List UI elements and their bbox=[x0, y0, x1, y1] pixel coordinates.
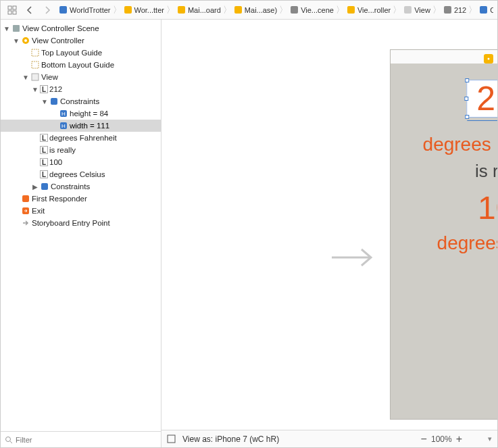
device-config-icon[interactable] bbox=[167, 434, 176, 443]
zoom-out-button[interactable]: − bbox=[421, 433, 427, 445]
canvas-scroll[interactable]: 212 degrees Fahrenheit is really 100 deg… bbox=[161, 20, 497, 430]
breadcrumb-item[interactable]: View bbox=[402, 5, 432, 14]
outline-label: is really bbox=[49, 146, 76, 154]
svg-text:H: H bbox=[61, 111, 66, 117]
svg-rect-11 bbox=[444, 6, 451, 14]
svg-rect-6 bbox=[178, 6, 185, 14]
zoom-in-button[interactable]: + bbox=[456, 433, 462, 445]
outline-label: View Controller bbox=[32, 36, 84, 45]
breadcrumb-separator-icon: 〉 bbox=[279, 4, 288, 16]
outline-entry-point[interactable]: Storyboard Entry Point bbox=[1, 217, 161, 229]
storyboard-icon bbox=[177, 5, 186, 14]
breadcrumb-separator-icon: 〉 bbox=[166, 4, 175, 16]
disclosure-triangle-icon[interactable]: ▶ bbox=[32, 183, 39, 191]
label-212-selected[interactable]: 212 bbox=[466, 80, 497, 118]
disclosure-triangle-icon[interactable]: ▼ bbox=[3, 25, 10, 32]
svg-rect-10 bbox=[404, 6, 412, 14]
outline-top-layout-guide[interactable]: Top Layout Guide bbox=[1, 47, 161, 59]
viewcontroller-icon bbox=[21, 36, 30, 45]
forward-button[interactable] bbox=[40, 3, 55, 17]
constraint-icon: H bbox=[59, 122, 68, 130]
breadcrumb-label: Mai...ase) bbox=[245, 6, 277, 14]
project-icon bbox=[59, 5, 68, 14]
breadcrumb-separator-icon: 〉 bbox=[223, 4, 232, 16]
label-icon: L bbox=[40, 146, 48, 154]
svg-rect-2 bbox=[8, 11, 11, 14]
svg-rect-8 bbox=[291, 6, 298, 14]
breadcrumb-item[interactable]: Constraints bbox=[478, 5, 493, 14]
outline-first-responder[interactable]: First Responder bbox=[1, 193, 161, 205]
outline-label: degrees Celsius bbox=[49, 170, 105, 178]
outline-label: degrees Fahrenheit bbox=[49, 134, 117, 142]
label-degrees-fahrenheit[interactable]: degrees Fahrenheit bbox=[391, 134, 497, 155]
breadcrumb-label: WorldTrotter bbox=[70, 6, 111, 14]
label-is-really[interactable]: is really bbox=[391, 161, 497, 182]
outline-scene[interactable]: ▼ View Controller Scene bbox=[1, 22, 161, 34]
storyboard-entry-arrow-icon bbox=[330, 243, 378, 272]
scene-dock[interactable] bbox=[484, 54, 497, 64]
label-degrees-celsius[interactable]: degrees Celsius bbox=[391, 232, 497, 254]
constraints-group-icon bbox=[40, 182, 49, 191]
outline-label: View bbox=[41, 73, 58, 81]
breadcrumb-item[interactable]: Wor...tter bbox=[122, 5, 166, 14]
view-icon bbox=[30, 73, 40, 81]
first-responder-icon bbox=[21, 195, 30, 203]
back-button[interactable] bbox=[22, 3, 37, 17]
outline-constraint-width[interactable]: H width = 111 bbox=[1, 120, 161, 132]
outline-bottom-layout-guide[interactable]: Bottom Layout Guide bbox=[1, 59, 161, 71]
breadcrumb-separator-icon: 〉 bbox=[432, 4, 441, 16]
outline-label-ir[interactable]: L is really bbox=[1, 144, 161, 156]
resize-handle[interactable] bbox=[465, 78, 469, 82]
disclosure-triangle-icon[interactable]: ▼ bbox=[22, 74, 29, 81]
outline-label: Constraints bbox=[60, 97, 99, 105]
breadcrumb-label: View bbox=[414, 6, 430, 14]
viewcontroller-badge-icon[interactable] bbox=[484, 54, 493, 64]
constraint-icon: H bbox=[59, 109, 68, 118]
width-constraint-indicator bbox=[467, 118, 497, 124]
outline-constraints-2[interactable]: ▶ Constraints bbox=[1, 180, 161, 193]
outline-label-dc[interactable]: L degrees Celsius bbox=[1, 168, 161, 180]
breadcrumb-item[interactable]: Mai...ase) bbox=[232, 5, 278, 14]
outline-label: View Controller Scene bbox=[22, 24, 99, 32]
breadcrumb-separator-icon: 〉 bbox=[113, 4, 122, 16]
top-toolbar: WorldTrotter〉Wor...tter〉Mai...oard〉Mai..… bbox=[1, 1, 497, 20]
breadcrumb-item[interactable]: 212 bbox=[442, 5, 468, 14]
view-icon bbox=[403, 5, 412, 14]
breadcrumb-item[interactable]: Vie...cene bbox=[289, 5, 335, 14]
filter-input[interactable] bbox=[16, 436, 157, 444]
filter-icon bbox=[5, 436, 13, 444]
scene-icon bbox=[11, 24, 21, 32]
outline-constraints-1[interactable]: ▼ Constraints bbox=[1, 95, 161, 107]
breadcrumb-item[interactable]: WorldTrotter bbox=[57, 5, 112, 14]
outline-label: height = 84 bbox=[70, 109, 108, 118]
outline-exit[interactable]: Exit bbox=[1, 205, 161, 217]
svg-rect-4 bbox=[59, 6, 67, 14]
outline-label-212[interactable]: ▼ L 212 bbox=[1, 83, 161, 95]
outline-tree[interactable]: ▼ View Controller Scene ▼ View Controlle… bbox=[1, 20, 161, 431]
outline-label-df[interactable]: L degrees Fahrenheit bbox=[1, 132, 161, 144]
outline-label-100[interactable]: L 100 bbox=[1, 156, 161, 168]
scene-icon bbox=[290, 5, 299, 14]
svg-rect-1 bbox=[13, 6, 16, 9]
zoom-level[interactable]: 100% bbox=[431, 434, 452, 444]
svg-rect-20 bbox=[51, 98, 57, 105]
outline-view[interactable]: ▼ View bbox=[1, 71, 161, 83]
disclosure-triangle-icon[interactable]: ▼ bbox=[32, 86, 39, 93]
device-preview[interactable]: 212 degrees Fahrenheit is really 100 deg… bbox=[390, 49, 497, 420]
disclosure-triangle-icon[interactable]: ▼ bbox=[41, 98, 48, 105]
label-100[interactable]: 100 bbox=[391, 189, 497, 226]
outline-viewcontroller[interactable]: ▼ View Controller bbox=[1, 34, 161, 47]
svg-point-16 bbox=[24, 39, 27, 42]
breadcrumb-item[interactable]: Vie...roller bbox=[345, 5, 392, 14]
canvas-options-icon[interactable]: ▾ bbox=[488, 434, 492, 443]
outline-label: 100 bbox=[49, 158, 62, 166]
outline-constraint-height[interactable]: H height = 84 bbox=[1, 107, 161, 120]
breadcrumb-item[interactable]: Mai...oard bbox=[176, 5, 222, 14]
disclosure-triangle-icon[interactable]: ▼ bbox=[13, 37, 20, 45]
view-as-label[interactable]: View as: iPhone 7 (wC hR) bbox=[182, 434, 279, 444]
resize-handle[interactable] bbox=[464, 97, 468, 101]
outline-label: Top Layout Guide bbox=[41, 49, 102, 57]
related-items-button[interactable] bbox=[5, 3, 20, 17]
svg-point-31 bbox=[488, 58, 490, 60]
exit-icon bbox=[21, 207, 30, 215]
